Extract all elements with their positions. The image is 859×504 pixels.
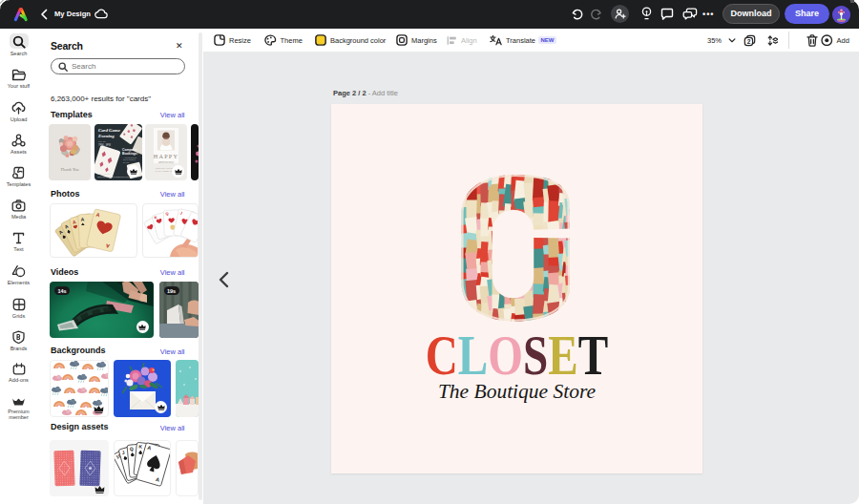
svg-text:Card Game: Card Game — [98, 128, 121, 133]
svg-text:Mixer geared: Mixer geared — [123, 158, 136, 160]
svg-text:A: A — [80, 216, 84, 221]
svg-text:www.cardgameevenings.god.com: www.cardgameevenings.god.com — [97, 175, 129, 177]
svg-text:anniversary: anniversary — [158, 160, 175, 164]
svg-text:Q: Q — [129, 445, 134, 451]
svg-text:July 27: July 27 — [98, 139, 106, 142]
svg-text:A Great Social: A Great Social — [123, 156, 136, 158]
svg-text:HAPPY: HAPPY — [154, 153, 178, 159]
svg-text:7PM - 9PM: 7PM - 9PM — [98, 142, 111, 146]
svg-text:Bookings!: Bookings! — [122, 151, 138, 155]
svg-text:Thank You: Thank You — [60, 167, 79, 172]
svg-text:for 18+: for 18+ — [123, 161, 131, 163]
svg-text:2: 2 — [747, 37, 751, 44]
svg-text:Daily's Sports: Daily's Sports — [97, 172, 111, 174]
svg-text:Q: Q — [165, 211, 168, 216]
svg-text:Evening: Evening — [97, 133, 115, 137]
